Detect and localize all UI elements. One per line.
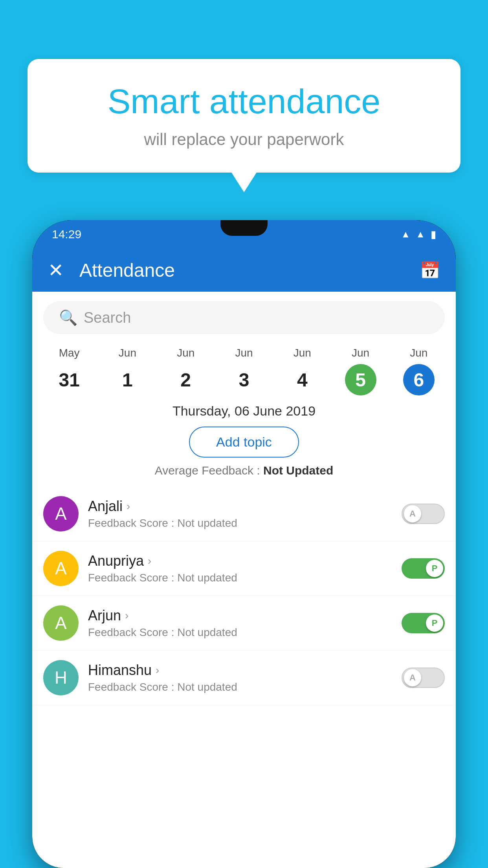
student-list: A Anjali › Feedback Score : Not updated … (32, 487, 456, 705)
student-name-anupriya: Anupriya › (88, 553, 392, 569)
cal-month-5: Jun (352, 347, 369, 359)
cal-date-0: 31 (53, 364, 85, 395)
search-icon: 🔍 (59, 309, 77, 326)
chevron-icon-arjun: › (125, 609, 128, 622)
student-name-himanshu: Himanshu › (88, 662, 392, 679)
toggle-knob-anjali: A (404, 505, 421, 522)
cal-day-jun6[interactable]: Jun 6 (403, 347, 435, 395)
cal-day-may31[interactable]: May 31 (53, 347, 85, 395)
speech-bubble-container: Smart attendance will replace your paper… (28, 59, 460, 173)
add-topic-button[interactable]: Add topic (189, 427, 299, 458)
wifi-icon: ▲ (401, 229, 410, 240)
search-bar[interactable]: 🔍 Search (43, 301, 445, 334)
screen-content: 🔍 Search May 31 Jun 1 Jun 2 Jun (32, 292, 456, 868)
chevron-icon-anupriya: › (148, 555, 151, 567)
phone-frame: 14:29 ▲ ▲ ▮ ✕ Attendance 📅 🔍 Search M (32, 220, 456, 868)
student-item-anupriya[interactable]: A Anupriya › Feedback Score : Not update… (32, 541, 456, 596)
selected-date-label: Thursday, 06 June 2019 (32, 395, 456, 427)
cal-day-jun1[interactable]: Jun 1 (112, 347, 143, 395)
feedback-score-anupriya: Feedback Score : Not updated (88, 572, 392, 584)
notch (220, 220, 268, 236)
cal-date-2: 2 (170, 364, 202, 395)
chevron-icon-anjali: › (127, 500, 130, 513)
cal-day-jun3[interactable]: Jun 3 (228, 347, 260, 395)
cal-month-6: Jun (410, 347, 427, 359)
toggle-knob-arjun: P (426, 614, 443, 632)
battery-icon: ▮ (431, 228, 436, 241)
cal-month-3: Jun (235, 347, 253, 359)
cal-date-6: 6 (403, 364, 435, 395)
avatar-anupriya: A (43, 551, 79, 586)
avg-feedback-label: Average Feedback : (155, 464, 263, 477)
student-item-himanshu[interactable]: H Himanshu › Feedback Score : Not update… (32, 651, 456, 705)
status-time: 14:29 (52, 228, 81, 241)
average-feedback: Average Feedback : Not Updated (32, 464, 456, 477)
cal-month-2: Jun (177, 347, 194, 359)
student-info-anjali: Anjali › Feedback Score : Not updated (88, 498, 392, 530)
student-name-anjali: Anjali › (88, 498, 392, 515)
student-info-himanshu: Himanshu › Feedback Score : Not updated (88, 662, 392, 693)
calendar-strip: May 31 Jun 1 Jun 2 Jun 3 Jun 4 (32, 340, 456, 395)
status-icons: ▲ ▲ ▮ (401, 228, 436, 241)
cal-date-4: 4 (286, 364, 318, 395)
cal-date-3: 3 (228, 364, 260, 395)
attendance-toggle-anjali[interactable]: A (402, 504, 445, 524)
avatar-anjali: A (43, 496, 79, 531)
avatar-arjun: A (43, 605, 79, 641)
close-button[interactable]: ✕ (48, 259, 64, 281)
student-info-arjun: Arjun › Feedback Score : Not updated (88, 607, 392, 639)
attendance-toggle-anupriya[interactable]: P (402, 558, 445, 579)
cal-day-jun5[interactable]: Jun 5 (345, 347, 376, 395)
status-bar: 14:29 ▲ ▲ ▮ (32, 220, 456, 248)
feedback-score-arjun: Feedback Score : Not updated (88, 626, 392, 639)
student-item-anjali[interactable]: A Anjali › Feedback Score : Not updated … (32, 487, 456, 541)
cal-month-1: Jun (119, 347, 136, 359)
feedback-score-anjali: Feedback Score : Not updated (88, 517, 392, 530)
cal-day-jun2[interactable]: Jun 2 (170, 347, 202, 395)
app-bar-title: Attendance (79, 259, 420, 281)
attendance-toggle-arjun[interactable]: P (402, 613, 445, 633)
cal-date-5: 5 (345, 364, 376, 395)
app-bar: ✕ Attendance 📅 (32, 248, 456, 292)
search-placeholder: Search (84, 309, 131, 326)
bubble-title: Smart attendance (59, 83, 429, 121)
calendar-icon[interactable]: 📅 (420, 261, 440, 280)
student-name-arjun: Arjun › (88, 607, 392, 624)
cal-date-1: 1 (112, 364, 143, 395)
student-item-arjun[interactable]: A Arjun › Feedback Score : Not updated P (32, 596, 456, 651)
chevron-icon-himanshu: › (156, 664, 159, 677)
cal-month-4: Jun (294, 347, 311, 359)
bubble-subtitle: will replace your paperwork (59, 130, 429, 149)
phone-inner: 14:29 ▲ ▲ ▮ ✕ Attendance 📅 🔍 Search M (32, 220, 456, 868)
feedback-score-himanshu: Feedback Score : Not updated (88, 681, 392, 693)
attendance-toggle-himanshu[interactable]: A (402, 668, 445, 688)
toggle-knob-himanshu: A (404, 669, 421, 686)
cal-month-0: May (59, 347, 80, 359)
toggle-knob-anupriya: P (426, 560, 443, 577)
student-info-anupriya: Anupriya › Feedback Score : Not updated (88, 553, 392, 584)
avg-feedback-value: Not Updated (263, 464, 333, 477)
signal-icon: ▲ (416, 229, 425, 240)
speech-bubble: Smart attendance will replace your paper… (28, 59, 460, 173)
avatar-himanshu: H (43, 660, 79, 695)
cal-day-jun4[interactable]: Jun 4 (286, 347, 318, 395)
